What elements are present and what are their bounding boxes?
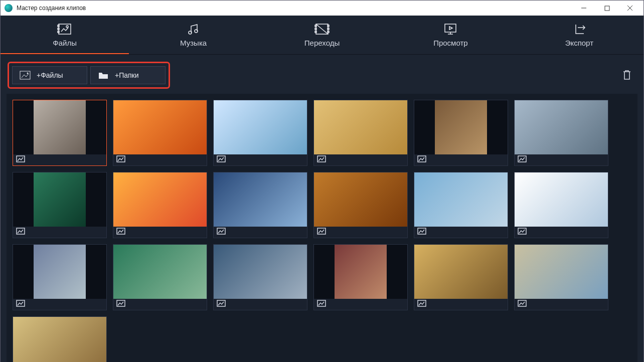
media-type-badge bbox=[414, 154, 508, 165]
media-type-badge bbox=[515, 154, 608, 165]
media-thumb[interactable] bbox=[514, 100, 608, 166]
thumb-image bbox=[414, 245, 508, 299]
close-icon bbox=[627, 5, 633, 11]
image-icon bbox=[417, 228, 426, 237]
tab-export[interactable]: Экспорт bbox=[515, 16, 643, 54]
tab-transitions-label: Переходы bbox=[304, 39, 340, 47]
media-type-badge bbox=[515, 299, 608, 310]
image-icon bbox=[317, 155, 326, 164]
add-buttons-highlight: +Файлы +Папки bbox=[8, 62, 170, 89]
media-thumb[interactable] bbox=[13, 244, 107, 310]
delete-button[interactable] bbox=[621, 69, 634, 82]
tab-music[interactable]: Музыка bbox=[129, 16, 257, 54]
media-type-badge bbox=[314, 154, 407, 165]
image-icon bbox=[518, 228, 527, 237]
tab-files[interactable]: Файлы bbox=[1, 16, 129, 54]
svg-line-12 bbox=[316, 24, 328, 34]
media-thumb[interactable] bbox=[113, 244, 207, 310]
svg-rect-1 bbox=[605, 6, 609, 11]
media-content bbox=[7, 94, 637, 362]
thumb-image bbox=[13, 172, 106, 227]
thumb-image bbox=[13, 245, 106, 299]
svg-rect-24 bbox=[20, 71, 30, 79]
media-thumb[interactable] bbox=[113, 172, 207, 238]
minimize-button[interactable] bbox=[572, 1, 595, 16]
media-type-badge bbox=[113, 227, 207, 238]
media-type-badge bbox=[13, 299, 106, 310]
tab-music-label: Музыка bbox=[180, 39, 207, 47]
media-thumb[interactable] bbox=[213, 100, 307, 166]
image-icon bbox=[116, 155, 125, 164]
add-folders-button[interactable]: +Папки bbox=[90, 66, 166, 84]
thumb-image bbox=[314, 245, 407, 299]
thumb-image bbox=[414, 100, 508, 154]
image-icon bbox=[116, 228, 125, 237]
thumb-image bbox=[113, 100, 207, 154]
media-thumb[interactable] bbox=[414, 244, 508, 310]
svg-rect-19 bbox=[445, 24, 456, 32]
thumb-image bbox=[13, 100, 106, 154]
add-folders-label: +Папки bbox=[115, 71, 139, 79]
app-window: Мастер создания клипов Файлы Музыка Пере… bbox=[0, 0, 644, 362]
media-thumb[interactable] bbox=[13, 100, 107, 166]
tab-transitions[interactable]: Переходы bbox=[258, 16, 386, 54]
media-thumb[interactable] bbox=[414, 100, 508, 166]
media-type-badge bbox=[113, 154, 207, 165]
app-body: Файлы Музыка Переходы Просмотр Экспорт bbox=[1, 16, 643, 362]
thumb-image bbox=[515, 100, 608, 154]
media-type-badge bbox=[414, 227, 508, 238]
media-type-badge bbox=[214, 227, 307, 238]
media-thumb[interactable] bbox=[514, 244, 608, 310]
media-thumb[interactable] bbox=[113, 100, 207, 166]
add-files-button[interactable]: +Файлы bbox=[12, 66, 87, 84]
media-thumb[interactable] bbox=[313, 100, 408, 166]
image-icon bbox=[518, 300, 527, 309]
media-type-badge bbox=[314, 299, 407, 310]
media-type-badge bbox=[13, 154, 106, 165]
image-icon bbox=[417, 300, 426, 309]
tab-files-label: Файлы bbox=[53, 39, 77, 47]
minimize-icon bbox=[581, 5, 587, 11]
maximize-button[interactable] bbox=[595, 1, 618, 16]
image-icon bbox=[16, 228, 25, 237]
folder-icon bbox=[98, 71, 109, 80]
svg-marker-20 bbox=[449, 27, 452, 30]
media-type-badge bbox=[414, 299, 508, 310]
media-thumb[interactable] bbox=[213, 172, 307, 238]
media-thumb[interactable] bbox=[313, 172, 408, 238]
image-icon bbox=[20, 71, 31, 80]
image-icon bbox=[16, 300, 25, 309]
media-thumb[interactable] bbox=[514, 172, 608, 238]
media-thumb[interactable] bbox=[213, 244, 307, 310]
media-type-badge bbox=[113, 299, 207, 310]
media-thumb[interactable] bbox=[313, 244, 408, 310]
image-icon bbox=[417, 155, 426, 164]
media-thumb[interactable] bbox=[13, 172, 107, 238]
image-icon bbox=[217, 228, 226, 237]
thumb-image bbox=[414, 172, 508, 227]
window-title: Мастер создания клипов bbox=[17, 5, 86, 12]
toolbar: +Файлы +Папки bbox=[1, 55, 643, 94]
thumb-image bbox=[214, 172, 307, 227]
preview-icon bbox=[443, 23, 458, 36]
media-type-badge bbox=[314, 227, 407, 238]
media-thumb[interactable] bbox=[414, 172, 508, 238]
thumb-image bbox=[214, 100, 307, 154]
thumb-image bbox=[314, 172, 407, 227]
media-thumb[interactable] bbox=[13, 316, 107, 362]
tab-preview[interactable]: Просмотр bbox=[386, 16, 515, 54]
image-icon bbox=[116, 300, 125, 309]
media-grid bbox=[13, 100, 631, 362]
maximize-icon bbox=[604, 6, 610, 11]
media-type-badge bbox=[13, 227, 106, 238]
thumb-image bbox=[314, 100, 407, 154]
close-button[interactable] bbox=[618, 1, 641, 16]
thumb-image bbox=[113, 172, 207, 227]
trash-icon bbox=[621, 69, 632, 81]
svg-point-25 bbox=[27, 73, 29, 74]
media-type-badge bbox=[214, 154, 307, 165]
thumb-image bbox=[113, 245, 207, 299]
image-icon bbox=[518, 155, 527, 164]
media-type-badge bbox=[214, 299, 307, 310]
thumb-image bbox=[214, 245, 307, 299]
